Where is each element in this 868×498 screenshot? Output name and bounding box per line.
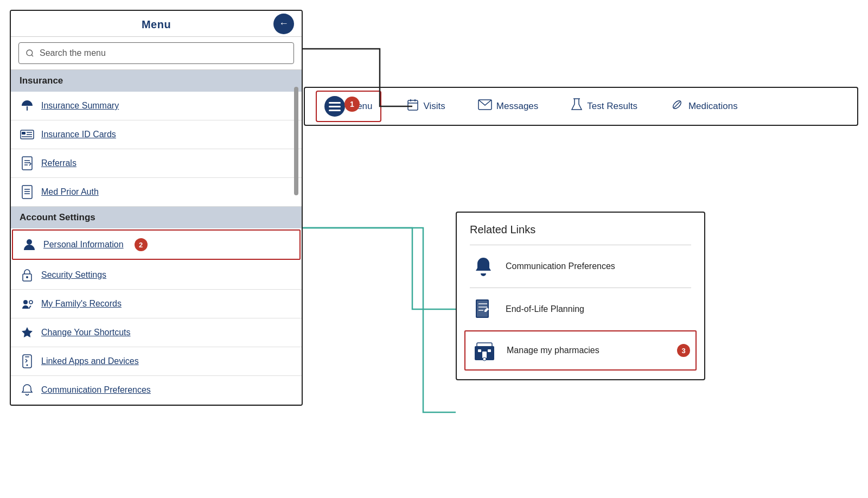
related-links-panel: Related Links Communication Preferences … (456, 212, 705, 380)
svg-point-13 (27, 239, 32, 245)
referrals-icon (20, 156, 35, 171)
med-prior-auth-link[interactable]: Med Prior Auth (41, 187, 99, 197)
nav-item-test-results[interactable]: Test Results (563, 93, 645, 119)
related-links-title: Related Links (470, 224, 691, 236)
nav-item-medications[interactable]: Medications (662, 93, 745, 119)
flask-icon (571, 98, 583, 115)
hamburger-icon (329, 102, 341, 111)
menu-panel: Menu ← Insurance Insurance Summary Insur… (10, 10, 303, 406)
search-bar-container (11, 37, 302, 70)
svg-rect-38 (478, 349, 481, 352)
menu-item-personal-information[interactable]: Personal Information 2 (12, 229, 301, 260)
section-header-account-settings: Account Settings (11, 207, 302, 228)
svg-point-37 (483, 357, 486, 361)
search-input[interactable] (18, 42, 294, 64)
svg-rect-22 (408, 100, 418, 110)
menu-item-my-familys-records[interactable]: My Family's Records (11, 290, 302, 318)
menu-item-insurance-id-cards[interactable]: Insurance ID Cards (11, 120, 302, 149)
scrollbar[interactable] (294, 87, 298, 195)
envelope-icon (478, 99, 492, 113)
badge-1: 1 (344, 97, 360, 112)
person-icon (22, 237, 37, 252)
end-of-life-label: End-of-Life Planning (506, 304, 584, 314)
svg-point-20 (27, 365, 28, 366)
comm-prefs-label: Communication Preferences (506, 261, 615, 271)
nav-visits-label: Visits (424, 101, 445, 112)
related-item-end-of-life[interactable]: End-of-Life Planning (470, 288, 691, 330)
id-card-icon (20, 127, 35, 142)
svg-point-15 (26, 276, 28, 278)
notebook-icon (470, 296, 497, 323)
security-settings-link[interactable]: Security Settings (41, 270, 106, 280)
bell-icon (470, 253, 497, 280)
personal-information-link[interactable]: Personal Information (43, 240, 124, 250)
svg-rect-21 (25, 356, 29, 357)
svg-point-16 (23, 300, 28, 304)
nav-item-messages[interactable]: Messages (470, 95, 546, 118)
menu-item-change-your-shortcuts[interactable]: Change Your Shortcuts (11, 318, 302, 347)
svg-rect-39 (488, 349, 491, 352)
related-item-comm-prefs[interactable]: Communication Preferences (470, 245, 691, 288)
svg-rect-9 (22, 186, 32, 199)
menu-title: Menu (142, 18, 171, 31)
umbrella-icon (20, 98, 35, 113)
menu-item-security-settings[interactable]: Security Settings (11, 261, 302, 290)
star-icon (20, 325, 35, 340)
menu-scroll: Insurance Insurance Summary Insurance ID… (11, 70, 302, 405)
nav-messages-label: Messages (496, 101, 538, 112)
svg-rect-1 (22, 132, 25, 135)
medications-icon (670, 98, 684, 115)
insurance-id-cards-link[interactable]: Insurance ID Cards (41, 130, 116, 139)
communication-preferences-link[interactable]: Communication Preferences (41, 385, 151, 395)
menu-item-communication-preferences[interactable]: Communication Preferences (11, 376, 302, 405)
section-header-insurance: Insurance (11, 70, 302, 92)
related-item-manage-pharmacies[interactable]: Manage my pharmacies 3 (464, 330, 697, 371)
linked-apps-icon (20, 354, 35, 369)
pharmacy-icon (471, 337, 498, 364)
personal-information-badge: 2 (135, 238, 148, 251)
comm-prefs-icon (20, 382, 35, 398)
linked-apps-link[interactable]: Linked Apps and Devices (41, 356, 139, 366)
menu-title-bar: Menu ← (11, 11, 302, 37)
nav-medications-label: Medications (688, 101, 738, 112)
manage-pharmacies-badge: 3 (677, 344, 690, 357)
insurance-summary-link[interactable]: Insurance Summary (41, 101, 119, 111)
menu-item-med-prior-auth[interactable]: Med Prior Auth (11, 178, 302, 207)
med-prior-auth-icon (20, 184, 35, 200)
family-records-icon (20, 296, 35, 311)
my-familys-records-link[interactable]: My Family's Records (41, 299, 122, 309)
menu-item-referrals[interactable]: Referrals (11, 149, 302, 178)
change-your-shortcuts-link[interactable]: Change Your Shortcuts (41, 328, 131, 337)
nav-test-results-label: Test Results (587, 101, 637, 112)
nav-item-visits[interactable]: Visits (399, 94, 453, 119)
lock-icon (20, 267, 35, 283)
manage-pharmacies-label: Manage my pharmacies (507, 346, 599, 355)
nav-bar: Menu Visits Messages Test Results Medica… (304, 87, 858, 126)
menu-item-insurance-summary[interactable]: Insurance Summary (11, 92, 302, 120)
menu-item-linked-apps[interactable]: Linked Apps and Devices (11, 347, 302, 376)
svg-rect-36 (482, 352, 487, 358)
hamburger-bg (324, 96, 345, 117)
svg-point-17 (29, 301, 33, 304)
calendar-icon (406, 98, 419, 114)
back-button[interactable]: ← (273, 14, 294, 34)
svg-marker-18 (22, 327, 33, 337)
referrals-link[interactable]: Referrals (41, 158, 76, 168)
